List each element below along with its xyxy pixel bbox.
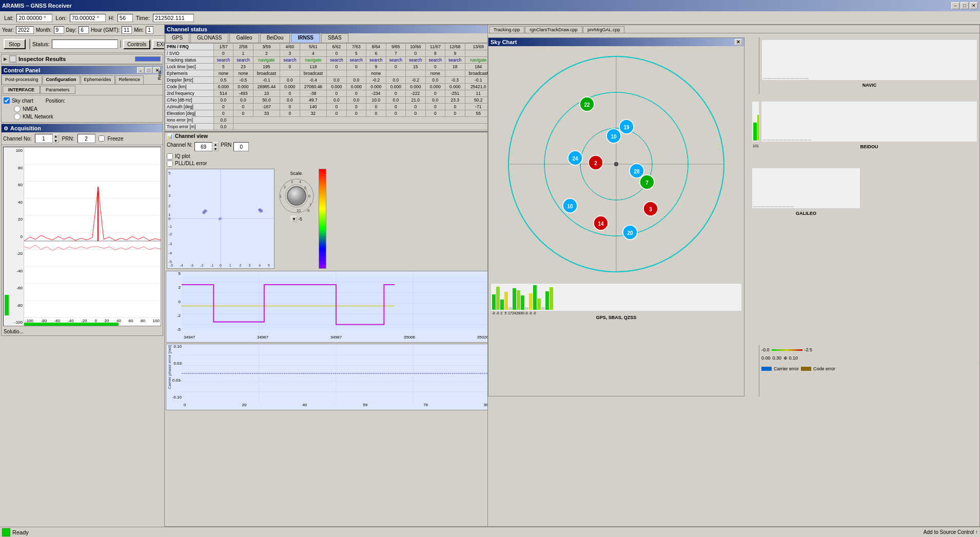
subtab-parameters[interactable]: Parameters: [40, 86, 75, 94]
min-label: Min:: [134, 27, 144, 33]
val-neg25: -2.5: [805, 347, 813, 352]
color-scale-bar: [319, 169, 326, 269]
bei-bar-7: [787, 140, 791, 141]
status-label: Status:: [32, 41, 50, 47]
tab-galileo[interactable]: Galileo: [229, 33, 259, 43]
lat-label: Lat:: [4, 15, 13, 21]
channel-table-container[interactable]: PRN / FRQ 1/57 2/58 3/59 4/60 5/61 6/62 …: [165, 43, 492, 130]
svg-text:28: 28: [634, 169, 640, 174]
svg-text:14: 14: [598, 221, 604, 227]
sky-chart-close-btn[interactable]: ✕: [735, 39, 742, 45]
stop-button[interactable]: Stop: [4, 39, 26, 49]
iq-svg: 5 4 3 2 1 0 -1 -2 -3 -4 -5 -5 -4 -3 -2: [167, 169, 274, 268]
cp-maximize-btn[interactable]: □: [145, 67, 152, 73]
tab-configuration[interactable]: Configuration: [43, 75, 80, 84]
tab-gps[interactable]: GPS: [165, 33, 189, 43]
controls-button[interactable]: Controls: [123, 39, 150, 49]
lbl-0: -0: [492, 311, 495, 315]
tab-glonass[interactable]: GLONASS: [190, 33, 228, 43]
svg-text:4: 4: [259, 264, 261, 267]
file-tab-pnrmrg[interactable]: pnrMrgGAL.cpp: [583, 26, 625, 33]
control-panel: Control Panel – □ ✕ Post-processing Conf…: [1, 66, 163, 123]
sky-chart-checkbox[interactable]: [4, 97, 10, 104]
scale-stepper: ▼ -5: [291, 216, 302, 222]
file-tab-tracking[interactable]: Tracking.cpp: [489, 26, 524, 33]
channel-no-input[interactable]: [35, 134, 53, 143]
prn-input[interactable]: [77, 134, 95, 143]
sky-chart-label: Sky chart: [12, 98, 33, 104]
inspector-icon: [9, 55, 16, 63]
file-tab-rgnclars[interactable]: rgnClarsTrackDraw.cpp: [525, 26, 582, 33]
tab-irnss[interactable]: IRNSS: [291, 33, 320, 43]
channel-prn-input[interactable]: [233, 142, 249, 151]
subtab-interface[interactable]: INTERFACE: [3, 86, 40, 94]
svg-text:-1: -1: [168, 224, 172, 229]
navic-bar-5: [781, 78, 786, 79]
year-label: Year:: [2, 27, 14, 33]
iq-plot-checkbox[interactable]: [167, 153, 173, 160]
svg-text:-9: -9: [306, 209, 309, 212]
pll-checkbox[interactable]: [167, 161, 173, 167]
title-bar: ARAMIS – GNSS Receiver – □ ✕: [0, 0, 980, 11]
svg-text:-5: -5: [170, 264, 173, 267]
channel-n-down[interactable]: ▼: [212, 147, 219, 151]
legend-code-color: [801, 367, 811, 371]
gps-bar-group: [492, 285, 553, 310]
freeze-checkbox[interactable]: [99, 135, 105, 142]
channel-n-spinbox[interactable]: ▲ ▼: [194, 142, 219, 151]
nmea-radio[interactable]: [14, 106, 21, 112]
gal-bar-3: [761, 206, 765, 207]
exit-button[interactable]: EXIT: [152, 39, 164, 49]
ready-text: Ready: [12, 529, 29, 535]
y-100: 100: [4, 148, 23, 153]
min-value: 1: [146, 26, 153, 34]
svg-text:20: 20: [627, 230, 633, 236]
minimize-button[interactable]: –: [951, 2, 959, 9]
legend-code-label: Code error: [813, 366, 835, 371]
channel-no-down[interactable]: ▼: [53, 138, 59, 143]
acq-progress-bar: [24, 323, 119, 326]
day-label: Day:: [66, 27, 77, 33]
svg-text:-4: -4: [180, 264, 183, 267]
bei-bar-3: [771, 140, 774, 141]
lon-label: Lon:: [55, 15, 66, 21]
cp-minimize-btn[interactable]: –: [137, 67, 144, 73]
svg-text:2: 2: [240, 264, 242, 267]
tab-sbas[interactable]: SBAS: [321, 33, 348, 43]
bar-2: [496, 287, 500, 310]
gal-bar-6: [774, 206, 777, 207]
x-60: 60: [129, 319, 133, 323]
close-button[interactable]: ✕: [970, 2, 978, 9]
control-panel-title: Control Panel: [4, 67, 41, 73]
cp-x-35006: 35006: [404, 335, 415, 340]
tab-reference[interactable]: Reference: [115, 75, 144, 84]
gal-bar-2: [757, 206, 761, 207]
svg-text:1: 1: [229, 264, 231, 267]
channel-no-spinbox[interactable]: ▲ ▼: [35, 134, 59, 143]
svg-text:-3: -3: [190, 264, 193, 267]
solution-label: Solutio...: [2, 328, 163, 335]
y-60: 60: [4, 183, 23, 187]
channel-status-title: Channel status: [165, 25, 492, 33]
bei-bar-6: [783, 140, 787, 141]
kml-radio[interactable]: [14, 113, 21, 120]
glo-bar-1: [753, 123, 757, 141]
channel-n-up[interactable]: ▲: [212, 142, 219, 147]
cp-y-n2: -2: [166, 313, 181, 318]
tab-ephemerides[interactable]: Ephemerides: [81, 75, 115, 84]
status-input[interactable]: [52, 39, 118, 49]
maximize-button[interactable]: □: [961, 2, 969, 9]
scale-down-btn[interactable]: ▼: [291, 216, 297, 222]
month-label: Month:: [36, 27, 52, 33]
tab-post-processing[interactable]: Post-processing: [2, 75, 42, 84]
channel-n-input[interactable]: [194, 142, 212, 151]
bei-bar-8: [791, 140, 795, 141]
iq-plot-label: IQ plot: [175, 153, 190, 160]
svg-text:2: 2: [284, 185, 286, 189]
lbl-1: -0: [496, 311, 499, 315]
tab-beidou[interactable]: BeiDou: [260, 33, 290, 43]
channel-view-controls: Channel N: ▲ ▼ PRN: [165, 140, 492, 153]
channel-no-up[interactable]: ▲: [53, 134, 59, 138]
kml-label: KML Network: [23, 114, 53, 120]
svg-text:-1: -1: [210, 264, 213, 267]
